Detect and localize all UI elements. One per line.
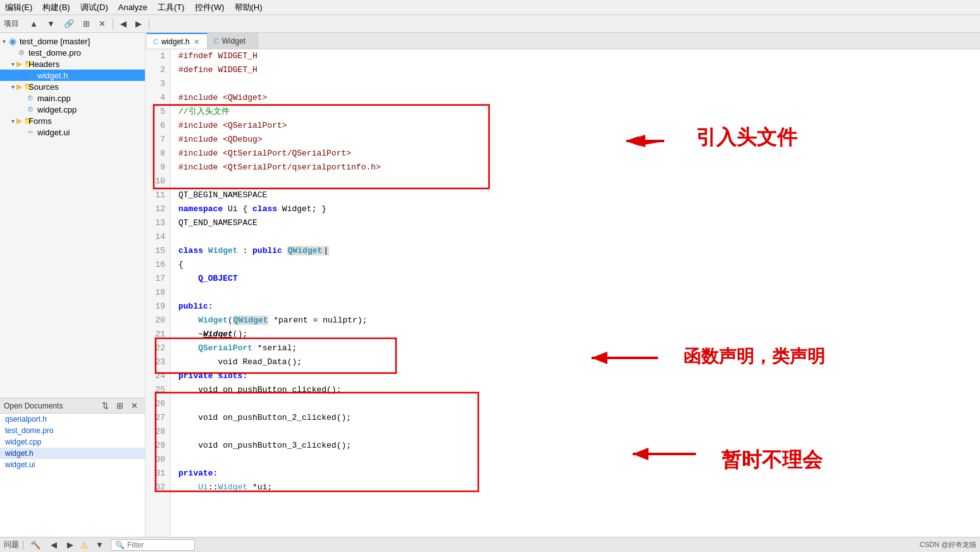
tree-label: test_dome.pro [28, 48, 81, 58]
status-filter-toggle[interactable]: ▼ [92, 539, 107, 551]
toolbar: 项目 ▲ ▼ 🔗 ⊞ ✕ ◀ ▶ [0, 15, 980, 33]
tab-widget-tab[interactable]: CWidget [208, 33, 258, 49]
tree-item-pro-file[interactable]: ⚙ test_dome.pro [0, 47, 145, 58]
tree-arrow: ▾ [9, 61, 16, 68]
menu-help[interactable]: 帮助(H) [235, 2, 263, 13]
code-line-26 [178, 397, 972, 411]
menu-controls[interactable]: 控件(W) [195, 2, 225, 13]
code-line-29: void on_pushButton_3_clicked(); [178, 439, 972, 453]
open-docs-close-btn[interactable]: ✕ [128, 400, 141, 412]
tree-item-headers[interactable]: ▾ ▶ 📁 Headers [0, 58, 145, 70]
toolbar-filter-btn[interactable]: ▼ [44, 18, 58, 30]
line-number-24: 24 [151, 369, 165, 383]
menu-debug[interactable]: 调试(D) [80, 2, 108, 13]
tree-label: Forms [28, 116, 52, 126]
code-line-8: #include <QtSerialPort/QSerialPort> [178, 147, 972, 161]
line-number-11: 11 [151, 188, 165, 202]
line-number-9: 9 [151, 161, 165, 175]
tree-label: Headers [28, 59, 59, 69]
toolbar-up-btn[interactable]: ▲ [27, 18, 41, 30]
code-content: 1234567891011121314151617181920212223242… [146, 49, 980, 537]
line-number-16: 16 [151, 258, 165, 272]
ui-icon: ✏ [25, 127, 35, 137]
menu-bar: 编辑(E) 构建(B) 调试(D) Analyze 工具(T) 控件(W) 帮助… [0, 0, 980, 15]
tab-close[interactable]: × [193, 37, 201, 47]
code-line-28 [178, 425, 972, 439]
line-number-3: 3 [151, 77, 165, 91]
tree-item-forms[interactable]: ▾ ▶ 📁 Forms [0, 115, 145, 126]
tree-label: test_dome [master] [20, 37, 90, 46]
toolbar-sep [113, 18, 113, 30]
folder-icon: ▶ 📁 [16, 116, 27, 126]
status-build-btn[interactable]: 🔨 [27, 539, 44, 551]
toolbar-split-btn[interactable]: ⊞ [80, 18, 93, 30]
toolbar-link-btn[interactable]: 🔗 [61, 18, 77, 30]
open-doc-qserialport[interactable]: qserialport.h [0, 414, 145, 425]
status-filter-input[interactable] [127, 541, 190, 549]
code-line-11: QT_BEGIN_NAMESPACE [178, 188, 972, 202]
project-icon: ◉ [8, 36, 18, 46]
line-number-7: 7 [151, 133, 165, 147]
status-label: 问题 [4, 539, 19, 550]
code-line-25: void on_pushButton_clicked(); [178, 383, 972, 397]
tab-label: widget.h [161, 37, 190, 46]
code-line-30 [178, 453, 972, 467]
open-docs-sort-btn[interactable]: ⇅ [99, 400, 112, 412]
status-back-btn[interactable]: ◀ [47, 539, 60, 551]
code-line-13: QT_END_NAMESPACE [178, 216, 972, 230]
tree-label: Sources [28, 82, 59, 92]
code-line-1: #ifndef WIDGET_H [178, 49, 972, 63]
tree-item-sources[interactable]: ▾ ▶ 📁 Sources [0, 81, 145, 92]
line-number-12: 12 [151, 202, 165, 216]
code-line-19: public: [178, 300, 972, 314]
code-line-9: #include <QtSerialPort/qserialportinfo.h… [178, 161, 972, 175]
code-lines: #ifndef WIDGET_H#define WIDGET_H #includ… [171, 49, 980, 537]
open-doc-widget-cpp[interactable]: widget.cpp [0, 436, 145, 448]
code-line-6: #include <QSerialPort> [178, 119, 972, 133]
status-filter-box: 🔍 [111, 539, 195, 551]
folder-icon: ▶ 📁 [16, 59, 27, 69]
line-number-30: 30 [151, 453, 165, 467]
toolbar-forward-btn[interactable]: ▶ [132, 18, 145, 30]
menu-analyze[interactable]: Analyze [118, 3, 147, 12]
code-line-7: #include <QDebug> [178, 133, 972, 147]
open-docs-split-btn[interactable]: ⊞ [113, 400, 127, 412]
project-tree: ▾ ◉ test_dome [master] ⚙ test_dome.pro ▾… [0, 33, 145, 398]
tab-widget-h-tab[interactable]: Cwidget.h× [147, 33, 208, 49]
status-forward-btn[interactable]: ▶ [64, 539, 77, 551]
tree-item-widget-ui[interactable]: ✏ widget.ui [0, 126, 145, 138]
tree-item-widget-cpp[interactable]: © widget.cpp [0, 104, 145, 115]
open-doc-test-dome-pro[interactable]: test_dome.pro [0, 425, 145, 436]
toolbar-close-btn[interactable]: ✕ [96, 18, 109, 30]
code-line-3 [178, 77, 972, 91]
tab-bar: Cwidget.h×CWidget [146, 33, 980, 49]
menu-build[interactable]: 构建(B) [42, 2, 70, 13]
open-doc-widget-ui[interactable]: widget.ui [0, 459, 145, 470]
code-line-22: QSerialPort *serial; [178, 341, 972, 355]
line-number-22: 22 [151, 341, 165, 355]
open-documents-list: qserialport.htest_dome.prowidget.cppwidg… [0, 414, 145, 537]
line-number-10: 10 [151, 175, 165, 188]
tree-item-project[interactable]: ▾ ◉ test_dome [master] [0, 35, 145, 47]
toolbar-back-btn[interactable]: ◀ [117, 18, 130, 30]
line-number-1: 1 [151, 49, 165, 63]
tree-arrow: ▾ [9, 118, 16, 125]
tree-item-widget-h[interactable]: © widget.h [0, 70, 145, 81]
line-number-6: 6 [151, 119, 165, 133]
code-area[interactable]: 1234567891011121314151617181920212223242… [146, 49, 980, 537]
code-line-23: void Read_Data(); [178, 355, 972, 369]
tree-item-main-cpp[interactable]: © main.cpp [0, 92, 145, 104]
code-line-12: namespace Ui { class Widget; } [178, 202, 972, 216]
line-number-29: 29 [151, 439, 165, 453]
folder-icon: ▶ 📁 [16, 82, 27, 92]
line-number-14: 14 [151, 230, 165, 244]
line-number-26: 26 [151, 397, 165, 411]
code-line-27: void on_pushButton_2_clicked(); [178, 411, 972, 425]
menu-edit[interactable]: 编辑(E) [5, 2, 32, 13]
open-doc-widget-h[interactable]: widget.h [0, 448, 145, 459]
line-number-25: 25 [151, 383, 165, 397]
code-line-32: Ui::Widget *ui; [178, 481, 972, 494]
line-number-21: 21 [151, 328, 165, 341]
code-line-18 [178, 286, 972, 300]
menu-tools[interactable]: 工具(T) [158, 2, 185, 13]
